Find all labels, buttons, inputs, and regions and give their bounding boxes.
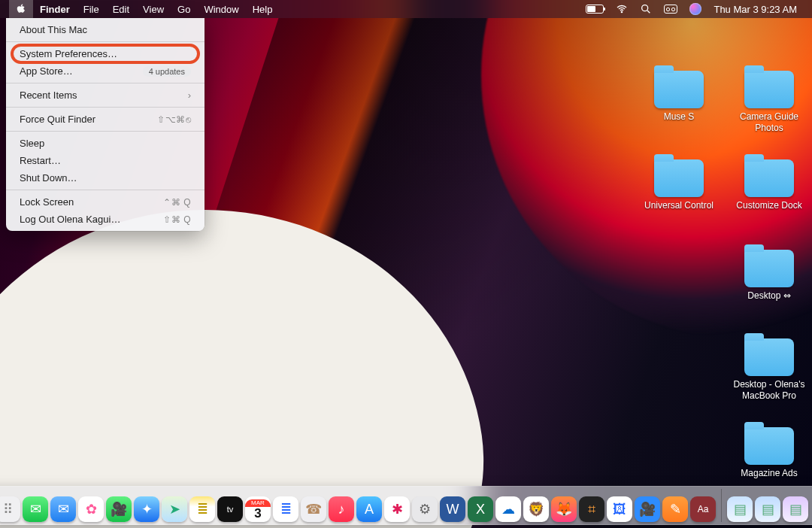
dock-app-excel[interactable]: X <box>468 496 493 522</box>
menu-force-quit[interactable]: Force Quit Finder ⇧⌥⌘⎋ <box>6 111 205 128</box>
dock-app-contacts[interactable]: ☎ <box>301 496 326 522</box>
menu-app-store[interactable]: App Store… 4 updates <box>6 62 205 80</box>
folder-label: Muse S <box>635 111 723 123</box>
menubar-item-edit[interactable]: Edit <box>106 0 136 18</box>
dock-app-onedrive[interactable]: ☁ <box>495 496 521 522</box>
control-center-icon[interactable] <box>658 0 683 18</box>
desktop-folder[interactable]: Universal Control <box>635 159 723 211</box>
menu-item-label: Sleep <box>20 138 44 149</box>
menu-item-label: Restart… <box>20 155 61 166</box>
menu-item-label: Force Quit Finder <box>20 114 95 125</box>
menu-separator <box>6 131 205 132</box>
dock-app-doc3[interactable]: ▤ <box>783 496 808 522</box>
dock-app-reminders[interactable]: ≣ <box>273 496 298 522</box>
dock-app-slack[interactable]: ✱ <box>384 496 410 522</box>
menu-item-label: App Store… <box>20 65 73 77</box>
dock-app-mail[interactable]: ✉ <box>50 496 76 522</box>
menu-item-label: About This Mac <box>20 24 87 35</box>
battery-status-icon[interactable] <box>580 0 610 18</box>
folder-label: Desktop ⇔ <box>725 290 812 302</box>
dock-app-settings[interactable]: ⚙ <box>412 496 438 522</box>
dock-app-facetime[interactable]: 🎥 <box>106 496 132 522</box>
keyboard-shortcut: ⇧⌥⌘⎋ <box>157 114 191 125</box>
menu-about-this-mac[interactable]: About This Mac <box>6 21 205 38</box>
dock-app-doc2[interactable]: ▤ <box>755 496 780 522</box>
dock-app-safari[interactable]: ✦ <box>134 496 159 522</box>
dock-app-notes[interactable]: ≣ <box>189 496 215 522</box>
menubar-left: Finder FileEditViewGoWindowHelp <box>9 0 279 18</box>
menu-separator <box>6 107 205 108</box>
spotlight-search-icon[interactable] <box>634 0 658 18</box>
dock-app-launchpad[interactable]: ⠿ <box>0 496 20 522</box>
dock-app-dictionary[interactable]: Aa <box>690 496 716 522</box>
menubar-item-go[interactable]: Go <box>171 0 197 18</box>
menu-item-label: Log Out Olena Kagui… <box>20 214 120 225</box>
dock-app-photos[interactable]: ✿ <box>78 496 104 522</box>
svg-point-1 <box>642 5 648 11</box>
dock-app-firefox[interactable]: 🦊 <box>551 496 577 522</box>
desktop-folder[interactable]: Customize Dock <box>725 159 812 211</box>
folder-icon <box>744 159 794 197</box>
menu-item-label: System Preferences… <box>20 48 117 59</box>
dock-app-calculator[interactable]: ⌗ <box>579 496 604 522</box>
menu-separator <box>6 83 205 83</box>
keyboard-shortcut: ⌃⌘ Q <box>163 197 191 208</box>
desktop-folder[interactable]: Desktop ⇔ <box>725 250 812 302</box>
folder-label: Universal Control <box>635 200 723 211</box>
folder-icon <box>654 71 704 108</box>
dock-container: ☺⠿✉✉✿🎥✦➤≣tvMAR3≣☎♪A✱⚙WX☁🦁🦊⌗🖼🎥✎Aa▤▤▤ <box>0 486 812 525</box>
folder-icon <box>744 250 794 287</box>
desktop-folder[interactable]: Muse S <box>635 71 723 123</box>
apple-menu-dropdown: About This Mac System Preferences… App S… <box>6 18 205 231</box>
folder-icon <box>744 338 794 376</box>
dock-app-zoom[interactable]: 🎥 <box>635 496 660 522</box>
folder-label: Magazine Ads <box>725 468 812 479</box>
menu-restart[interactable]: Restart… <box>6 152 205 169</box>
menu-item-label: Shut Down… <box>20 172 77 184</box>
menu-lock-screen[interactable]: Lock Screen ⌃⌘ Q <box>6 193 205 211</box>
dock-app-music[interactable]: ♪ <box>329 496 354 522</box>
menubar: Finder FileEditViewGoWindowHelp Thu Mar … <box>0 0 812 18</box>
menubar-item-help[interactable]: Help <box>246 0 280 18</box>
folder-label: Camera Guide Photos <box>725 111 812 134</box>
wifi-status-icon[interactable] <box>610 0 634 18</box>
desktop-folder[interactable]: Camera Guide Photos <box>725 71 812 134</box>
dock-app-messages[interactable]: ✉ <box>23 496 48 522</box>
dock-app-appstore[interactable]: A <box>356 496 382 522</box>
menu-sleep[interactable]: Sleep <box>6 135 205 152</box>
folder-label: Desktop - Olena's MacBook Pro <box>725 379 812 402</box>
menu-separator <box>6 41 205 42</box>
menubar-item-window[interactable]: Window <box>197 0 245 18</box>
dock-app-doc1[interactable]: ▤ <box>727 496 753 522</box>
menubar-right: Thu Mar 3 9:23 AM <box>580 0 803 18</box>
desktop-folder[interactable]: Desktop - Olena's MacBook Pro <box>725 338 812 402</box>
dock-app-pages[interactable]: ✎ <box>662 496 688 522</box>
menu-recent-items[interactable]: Recent Items › <box>6 86 205 104</box>
dock: ☺⠿✉✉✿🎥✦➤≣tvMAR3≣☎♪A✱⚙WX☁🦁🦊⌗🖼🎥✎Aa▤▤▤ <box>0 486 812 525</box>
folder-icon <box>744 71 794 108</box>
dock-app-preview[interactable]: 🖼 <box>607 496 632 522</box>
siri-icon[interactable] <box>683 0 707 18</box>
apple-logo-icon <box>16 4 26 14</box>
menu-system-preferences[interactable]: System Preferences… <box>6 45 205 62</box>
menubar-item-file[interactable]: File <box>77 0 106 18</box>
dock-app-calendar[interactable]: MAR3 <box>245 496 271 522</box>
menubar-app-name[interactable]: Finder <box>33 0 77 18</box>
menu-item-label: Lock Screen <box>20 196 74 208</box>
menubar-item-view[interactable]: View <box>136 0 171 18</box>
menu-item-label: Recent Items <box>20 90 77 101</box>
menu-shut-down[interactable]: Shut Down… <box>6 169 205 187</box>
keyboard-shortcut: ⇧⌘ Q <box>163 214 191 225</box>
desktop-folder[interactable]: Magazine Ads <box>725 427 812 479</box>
dock-app-brave[interactable]: 🦁 <box>523 496 549 522</box>
dock-app-word[interactable]: W <box>440 496 465 522</box>
dock-app-appletv[interactable]: tv <box>217 496 243 522</box>
svg-point-0 <box>622 11 623 12</box>
folder-label: Customize Dock <box>725 200 812 211</box>
menubar-clock[interactable]: Thu Mar 3 9:23 AM <box>707 0 803 18</box>
apple-menu[interactable] <box>9 0 33 18</box>
menu-separator <box>6 190 205 190</box>
dock-app-maps[interactable]: ➤ <box>162 496 187 522</box>
menu-log-out[interactable]: Log Out Olena Kagui… ⇧⌘ Q <box>6 211 205 228</box>
folder-icon <box>654 159 704 197</box>
